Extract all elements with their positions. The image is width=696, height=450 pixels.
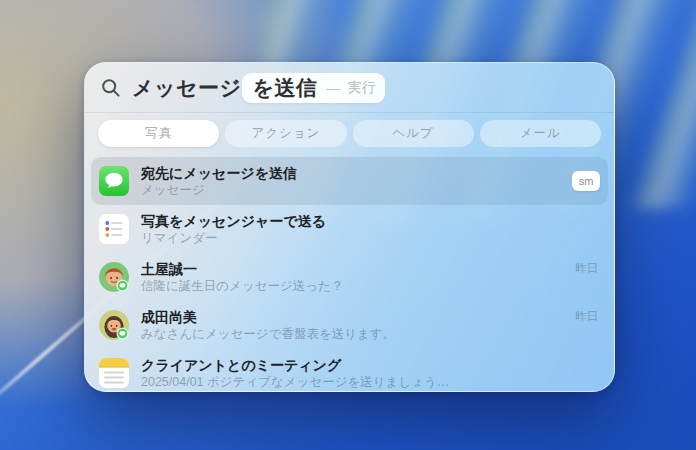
suggestion-completion-text: を送信 (252, 74, 317, 102)
result-texts: 成田尚美 みなさんにメッセージで香盤表を送ります。 (141, 309, 600, 342)
contact-avatar-woman-icon (99, 310, 129, 340)
search-input[interactable]: メッセージ を送信 — 実行 (85, 63, 614, 112)
result-row-contact-1[interactable]: 土屋誠一 信隆に誕生日のメッセージ送った？ 昨日 (91, 253, 608, 301)
suggestion-action-hint: 実行 (347, 79, 375, 97)
result-subtitle: みなさんにメッセージで香盤表を送ります。 (141, 327, 600, 342)
spotlight-panel: メッセージ を送信 — 実行 写真 アクション ヘルプ メール (84, 62, 615, 392)
result-row-send-message[interactable]: 宛先にメッセージを送信 メッセージ sm (91, 157, 608, 205)
filter-chip-actions[interactable]: アクション (225, 120, 346, 147)
result-subtitle: 信隆に誕生日のメッセージ送った？ (141, 279, 600, 294)
result-title: 写真をメッセンジャーで送る (141, 213, 600, 230)
result-title: 成田尚美 (141, 309, 600, 326)
result-row-note[interactable]: クライアントとのミーティング 2025/04/01 ポジティブなメッセージを送り… (91, 349, 608, 392)
desktop: メッセージ を送信 — 実行 写真 アクション ヘルプ メール (0, 0, 696, 450)
shortcut-badge: sm (572, 171, 600, 191)
result-row-reminder[interactable]: 写真をメッセンジャーで送る リマインダー (91, 205, 608, 253)
contact-avatar-man-icon (99, 262, 129, 292)
filter-chip-help[interactable]: ヘルプ (353, 120, 474, 147)
result-texts: クライアントとのミーティング 2025/04/01 ポジティブなメッセージを送り… (141, 357, 600, 390)
result-title: 宛先にメッセージを送信 (141, 165, 562, 182)
results-list: 宛先にメッセージを送信 メッセージ sm 写真をメッセンジャーで送る (85, 154, 614, 392)
result-subtitle: 2025/04/01 ポジティブなメッセージを送りましょう… (141, 375, 600, 390)
suggestion-separator: — (326, 80, 340, 96)
filter-chip-photos[interactable]: 写真 (98, 120, 219, 147)
result-subtitle: メッセージ (141, 183, 562, 198)
result-texts: 宛先にメッセージを送信 メッセージ (141, 165, 562, 198)
reminders-app-icon (99, 214, 129, 244)
notes-app-icon (99, 358, 129, 388)
result-subtitle: リマインダー (141, 231, 600, 246)
search-icon (101, 78, 121, 98)
result-title: クライアントとのミーティング (141, 357, 600, 374)
result-title: 土屋誠一 (141, 261, 600, 278)
messages-app-icon (99, 166, 129, 196)
inline-suggestion[interactable]: を送信 — 実行 (242, 73, 385, 103)
result-texts: 写真をメッセンジャーで送る リマインダー (141, 213, 600, 246)
result-timestamp: 昨日 (575, 261, 598, 276)
search-query-text: メッセージ (132, 74, 241, 102)
filter-chip-row: 写真 アクション ヘルプ メール (85, 113, 614, 154)
filter-chip-mail[interactable]: メール (480, 120, 601, 147)
result-texts: 土屋誠一 信隆に誕生日のメッセージ送った？ (141, 261, 600, 294)
result-timestamp: 昨日 (575, 309, 598, 324)
result-row-contact-2[interactable]: 成田尚美 みなさんにメッセージで香盤表を送ります。 昨日 (91, 301, 608, 349)
